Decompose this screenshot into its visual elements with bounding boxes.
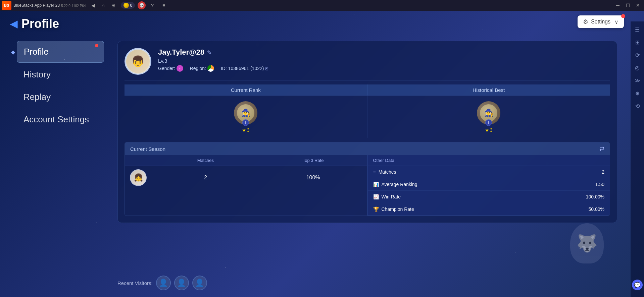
mascot-body: 🐺 xyxy=(570,223,604,263)
right-icon-2[interactable]: ⊞ xyxy=(632,37,643,48)
profile-username: Jay.Tyler@28 xyxy=(158,48,204,57)
other-data-matches: ≡ Matches 2 xyxy=(368,166,610,178)
visitor-avatar-3[interactable]: 👤 xyxy=(192,276,207,290)
recent-visitors: Recent Visitors: 👤 👤 👤 xyxy=(117,276,207,290)
right-icon-3[interactable]: ⟳ xyxy=(632,50,643,60)
sidebar-item-account-settings[interactable]: Account Settings xyxy=(17,109,104,130)
nav-tab-btn[interactable]: ⊞ xyxy=(109,1,118,10)
sidebar-account-settings-label: Account Settings xyxy=(23,114,89,124)
coin-icon xyxy=(123,3,129,8)
right-icon-7[interactable]: ⟲ xyxy=(632,101,643,111)
profile-content: 👦 Jay.Tyler@28 ✎ Lv.3 Gender: ♀ Region: xyxy=(117,41,617,223)
nav-home-btn[interactable]: ⌂ xyxy=(99,1,108,10)
historical-best-col: 🧙 I ★ 3 xyxy=(367,96,610,138)
gender-badge: ♀ xyxy=(177,65,183,72)
visitor-avatar-1[interactable]: 👤 xyxy=(156,276,171,290)
stats-columns-header: Matches Top 3 Rate xyxy=(125,155,367,166)
other-data-win-rate: 📈 Win Rate 100.00% xyxy=(368,191,610,203)
right-icon-1[interactable]: ☰ xyxy=(632,24,643,35)
current-season-label: Current Season xyxy=(130,146,165,152)
id-label: ID: xyxy=(221,66,227,71)
star-count-2: 3 xyxy=(490,127,493,133)
stats-col-icon xyxy=(125,155,152,166)
sidebar-item-history[interactable]: History xyxy=(17,64,104,85)
historical-best-medal: 🧙 I xyxy=(477,101,500,125)
profile-details: Gender: ♀ Region: ID: 10386961 (1022) ⎘ xyxy=(158,65,610,72)
window-controls: ─ ☐ ✕ xyxy=(613,1,643,10)
other-data-header: Other Data xyxy=(368,155,610,166)
other-avg-icon: 📊 xyxy=(373,182,379,187)
region-label: Region: xyxy=(190,66,206,71)
avatar: 👦 xyxy=(125,48,151,75)
current-rank-medal: 🧙 I xyxy=(234,101,257,125)
other-matches-label: Matches xyxy=(379,169,396,175)
sidebar-item-profile[interactable]: Profile xyxy=(17,41,104,63)
profile-level: Lv.3 xyxy=(158,58,610,64)
page-header: ◀ Profile xyxy=(10,17,59,31)
coin-value: 0 xyxy=(130,3,133,8)
historical-best-header: Historical Best xyxy=(367,84,610,96)
other-champion-value: 50.00% xyxy=(589,206,604,212)
rank-section: Current Rank Historical Best 🧙 I ★ xyxy=(125,84,610,138)
stats-filter-icon[interactable]: ⇄ xyxy=(599,145,604,153)
profile-info: Jay.Tyler@28 ✎ Lv.3 Gender: ♀ Region: ID… xyxy=(158,48,610,72)
titlebar: BS BlueStacks App Player 23 5.22.0.1102 … xyxy=(0,0,644,11)
app-logo: BS xyxy=(2,1,11,10)
settings-button[interactable]: ⚙ Settings ∨ xyxy=(578,15,624,28)
titlebar-nav: ◀ ⌂ ⊞ xyxy=(89,1,118,10)
right-icon-4[interactable]: ◎ xyxy=(632,62,643,73)
other-avg-label-wrap: 📊 Average Ranking xyxy=(373,182,417,187)
historical-rank-stars: ★ 3 xyxy=(485,127,493,133)
profile-name-row: Jay.Tyler@28 ✎ xyxy=(158,48,610,57)
chat-icon[interactable]: 💬 xyxy=(632,280,643,290)
current-rank-stars: ★ 3 xyxy=(242,127,250,133)
menu-btn[interactable]: ≡ xyxy=(159,1,168,10)
historical-medal-character: 🧙 xyxy=(484,109,493,117)
id-detail: ID: 10386961 (1022) ⎘ xyxy=(221,66,268,71)
other-data-section: Other Data ≡ Matches 2 📊 Average Ranking xyxy=(367,155,610,216)
other-winrate-label: Win Rate xyxy=(382,194,401,199)
minimize-btn[interactable]: ─ xyxy=(613,1,623,10)
region-detail: Region: xyxy=(190,65,214,72)
current-rank-header: Current Rank xyxy=(125,84,367,96)
mascot: 🐺 xyxy=(563,223,610,277)
nav-back-btn[interactable]: ◀ xyxy=(89,1,98,10)
stats-col-matches: Matches xyxy=(152,155,259,166)
edit-icon[interactable]: ✎ xyxy=(207,49,211,56)
other-champion-label-wrap: 🏆 Champion Rate xyxy=(373,206,414,212)
back-arrow-icon: ◀ xyxy=(10,18,17,29)
sidebar-item-replay[interactable]: Replay xyxy=(17,86,104,108)
stats-top3-value: 100% xyxy=(259,171,367,184)
close-btn[interactable]: ✕ xyxy=(633,1,643,10)
stats-header: Current Season ⇄ xyxy=(125,142,610,155)
titlebar-right-icons: 💀 ? ≡ xyxy=(138,1,168,10)
back-button[interactable]: ◀ xyxy=(10,18,17,29)
rank-body: 🧙 I ★ 3 🧙 xyxy=(125,96,610,138)
copy-icon[interactable]: ⎘ xyxy=(265,66,268,71)
app-name: BlueStacks App Player 23 xyxy=(13,3,60,8)
other-avg-value: 1.50 xyxy=(595,182,604,187)
id-value: 10386961 (1022) xyxy=(228,66,264,71)
medal-badge: I xyxy=(242,119,249,126)
medal-character: 🧙 xyxy=(241,109,250,117)
hist-star-1: ★ xyxy=(485,127,489,133)
stats-main-area: Matches Top 3 Rate 👧 2 100% Other Data xyxy=(125,155,610,216)
star-1: ★ xyxy=(242,127,246,133)
right-icon-5[interactable]: ≫ xyxy=(632,75,643,86)
right-sidebar: ☰ ⊞ ⟳ ◎ ≫ ⊕ ⟲ 💬 xyxy=(631,21,644,297)
visitor-avatar-2[interactable]: 👤 xyxy=(174,276,189,290)
skull-icon[interactable]: 💀 xyxy=(138,1,146,9)
historical-medal-outer: 🧙 I xyxy=(477,101,500,125)
settings-chevron-icon: ∨ xyxy=(614,19,618,25)
stats-col-top3: Top 3 Rate xyxy=(259,155,367,166)
right-icon-6[interactable]: ⊕ xyxy=(632,88,643,99)
help-btn[interactable]: ? xyxy=(148,1,157,10)
sidebar-profile-label: Profile xyxy=(24,47,49,57)
restore-btn[interactable]: ☐ xyxy=(623,1,633,10)
gender-detail: Gender: ♀ xyxy=(158,65,183,72)
stats-data-row: 👧 2 100% xyxy=(125,166,367,189)
other-data-champion-rate: 🏆 Champion Rate 50.00% xyxy=(368,203,610,216)
profile-header: 👦 Jay.Tyler@28 ✎ Lv.3 Gender: ♀ Region: xyxy=(125,48,610,80)
other-data-avg-ranking: 📊 Average Ranking 1.50 xyxy=(368,178,610,191)
page-title: Profile xyxy=(21,17,59,31)
